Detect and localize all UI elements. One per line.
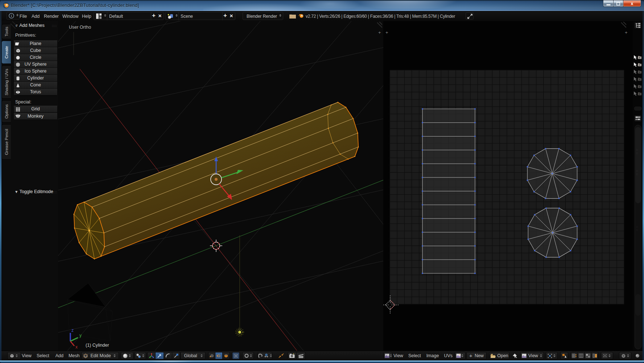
svg-text:i: i bbox=[11, 14, 12, 18]
svg-text:z: z bbox=[71, 328, 74, 333]
svg-text:y: y bbox=[79, 333, 82, 338]
svg-text:x: x bbox=[75, 344, 78, 350]
